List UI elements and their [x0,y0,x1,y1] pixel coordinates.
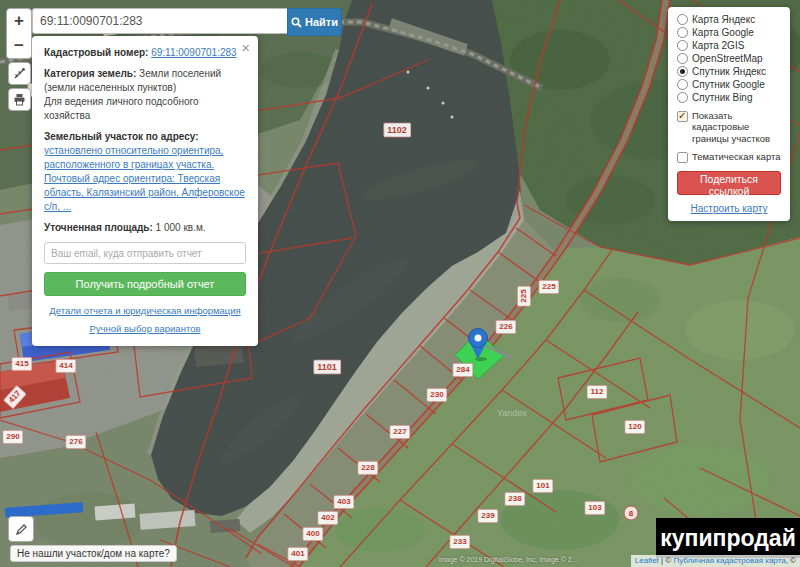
parcel-label: 112 [587,385,608,399]
parcel-label: 238 [504,492,525,506]
parcel-label: 276 [65,435,86,449]
draw-button[interactable] [8,516,34,542]
imagery-attribution: Image © 2019 DigitalGlobe, Inc. Image © … [438,556,578,563]
parcel-label: 1101 [313,360,341,375]
category-row: Категория земель: Земли поселений (земли… [44,67,246,123]
parcel-info-panel: × Кадастровый номер: 69:11:0090701:283 К… [32,36,258,346]
parcel-label: 228 [357,461,378,475]
cadastral-borders-checkbox[interactable]: Показать кадастровые границы участков [677,110,781,144]
area-value: 1 000 кв.м. [156,222,206,233]
layer-option-label: Спутник Яндекс [692,66,766,77]
close-icon[interactable]: × [241,40,250,55]
layer-option-google-satellite[interactable]: Спутник Google [677,79,781,90]
pencil-icon [15,523,28,536]
layer-option-bing-satellite[interactable]: Спутник Bing [677,92,781,103]
search-button[interactable]: Найти [287,8,342,36]
layer-option-2gis-map[interactable]: Карта 2GIS [677,40,781,51]
report-details-link[interactable]: Детали отчета и юридическая информация [49,305,241,316]
zoom-in-button[interactable]: + [6,8,32,34]
configure-map-link[interactable]: Настроить карту [691,203,768,214]
layer-option-label: Карта Яндекс [692,14,755,25]
parcel-label: 400 [302,527,323,541]
parcel-label: 226 [495,320,516,334]
layer-option-yandex-satellite[interactable]: Спутник Яндекс [677,66,781,77]
area-row: Уточненная площадь: 1 000 кв.м. [44,221,246,235]
parcel-label: 120 [624,420,645,434]
layer-option-label: Карта 2GIS [692,40,744,51]
parcel-label: 284 [452,363,473,377]
parcel-label: 414 [55,359,76,373]
search-bar: Найти [32,8,342,36]
parcel-label: 101 [532,479,553,493]
parcel-label: 290 [2,430,23,444]
email-input[interactable] [44,242,246,264]
share-link-button[interactable]: Поделиться ссылкой [677,171,781,195]
radio-icon [677,14,688,25]
cadastral-number-link[interactable]: 69:11:0090701:283 [151,47,236,58]
parcel-label: 1102 [383,123,411,138]
get-report-button[interactable]: Получить подробный отчет [44,272,246,296]
parcel-label: 225 [538,280,559,294]
layer-option-google-map[interactable]: Карта Google [677,27,781,38]
usage-value: Для ведения личного подсобного хозяйства [44,96,199,121]
checkbox-label: Тематическая карта [692,151,780,162]
not-found-button[interactable]: Не нашли участок/дом на карте? [10,545,177,562]
address-row: Земельный участок по адресу: установлено… [44,130,246,214]
ruler-icon [13,67,26,80]
checkbox-label: Показать кадастровые границы участков [692,110,781,144]
search-button-label: Найти [305,16,338,28]
plus-icon: + [14,11,24,31]
parcel-label: 415 [11,357,32,371]
parcel-label: 233 [449,535,470,549]
parcel-label: 402 [317,511,338,525]
area-label: Уточненная площадь: [44,222,153,233]
radio-icon [677,27,688,38]
pkk-link[interactable]: Публичная кадастровая карта [673,556,785,565]
zoom-out-button[interactable]: − [6,33,32,59]
layer-option-label: Спутник Bing [692,92,753,103]
minus-icon: − [14,36,24,56]
radio-icon [677,92,688,103]
layer-option-label: Спутник Google [692,79,765,90]
manual-select-link[interactable]: Ручной выбор вариантов [90,323,201,334]
parcel-label: 239 [477,509,498,523]
print-button[interactable] [8,88,31,111]
measure-button[interactable] [8,62,31,85]
building-number-badge: 8 [624,506,639,521]
printer-icon [13,93,26,106]
cadastral-number-label: Кадастровый номер: [44,47,148,58]
leaflet-attribution: Leaflet | © Публичная кадастровая карта,… [631,555,800,567]
address-label: Земельный участок по адресу: [44,131,199,142]
parcel-label: 227 [389,425,410,439]
radio-icon [677,79,688,90]
parcel-label: 103 [584,501,605,515]
checkbox-checked-icon [677,111,688,122]
layer-option-yandex-map[interactable]: Карта Яндекс [677,14,781,25]
layer-option-label: Карта Google [692,27,754,38]
radio-icon [677,40,688,51]
parcel-label: 403 [333,495,354,509]
parcel-label: 401 [287,547,308,561]
search-icon [291,17,302,28]
parcel-label: 225 [517,285,531,306]
cadastral-map-app: Yandex 1102 1101 225 225 226 284 230 227… [0,0,800,567]
checkbox-icon [677,152,688,163]
brand-watermark: купипродай [656,518,800,558]
thematic-map-checkbox[interactable]: Тематическая карта [677,151,781,163]
cadastral-number-row: Кадастровый номер: 69:11:0090701:283 [44,46,246,60]
layers-panel: Карта Яндекс Карта Google Карта 2GIS Ope… [668,7,790,221]
attribution-separator: | © [659,556,674,565]
radio-icon [677,53,688,64]
layer-option-label: OpenStreetMap [692,53,763,64]
layer-option-openstreetmap[interactable]: OpenStreetMap [677,53,781,64]
leaflet-link[interactable]: Leaflet [635,556,659,565]
address-link[interactable]: установлено относительно ориентира, расп… [44,145,245,212]
attribution-suffix: , © [786,556,796,565]
parcel-label: 230 [426,388,447,402]
category-label: Категория земель: [44,68,136,79]
radio-selected-icon [677,66,688,77]
search-input[interactable] [32,8,287,34]
